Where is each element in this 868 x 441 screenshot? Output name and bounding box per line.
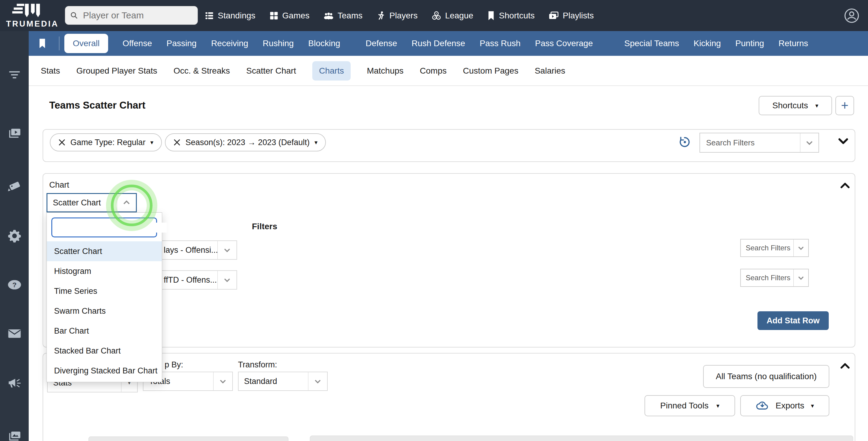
nav-shortcuts[interactable]: Shortcuts <box>487 11 534 21</box>
transform-select[interactable]: Standard <box>238 372 328 391</box>
video-playlist-icon[interactable] <box>0 128 29 139</box>
collapse-chart-panel-chevron-icon[interactable] <box>840 181 850 190</box>
category-special-teams[interactable]: Special Teams <box>624 39 679 48</box>
tag-icon[interactable] <box>0 179 29 192</box>
tab-scatter-chart[interactable]: Scatter Chart <box>246 66 296 76</box>
group-by-dropdown-cell[interactable] <box>213 372 232 390</box>
gear-icon[interactable] <box>0 229 29 243</box>
dropdown-search-input[interactable] <box>59 223 167 233</box>
exports-button[interactable]: Exports ▾ <box>740 395 829 416</box>
option-scatter-chart[interactable]: Scatter Chart <box>47 241 162 261</box>
category-rush-defense[interactable]: Rush Defense <box>412 39 465 48</box>
remove-filter-icon[interactable] <box>58 139 65 146</box>
tab-salaries[interactable]: Salaries <box>534 66 565 76</box>
search-filters-dropdown-cell[interactable] <box>794 269 808 286</box>
pinned-tools-button[interactable]: Pinned Tools ▾ <box>645 395 735 416</box>
collapse-options-panel-chevron-icon[interactable] <box>840 361 850 370</box>
teams-icon <box>323 11 334 20</box>
transform-dropdown-cell[interactable] <box>308 372 327 390</box>
category-punting[interactable]: Punting <box>736 39 764 48</box>
category-blocking[interactable]: Blocking <box>308 39 340 48</box>
remove-filter-icon[interactable] <box>173 139 181 146</box>
games-icon <box>270 11 278 20</box>
chart-type-value: Scatter Chart <box>48 194 117 211</box>
tab-custom-pages[interactable]: Custom Pages <box>463 66 519 76</box>
image-playlist-icon[interactable] <box>0 431 29 441</box>
stat-row-search-filters-2[interactable]: Search Filters <box>740 269 809 287</box>
tab-matchups[interactable]: Matchups <box>367 66 403 76</box>
chevron-down-icon <box>805 138 814 147</box>
option-time-series[interactable]: Time Series <box>47 281 162 301</box>
chart-type-options: Scatter Chart Histogram Time Series Swar… <box>47 241 162 381</box>
category-returns[interactable]: Returns <box>779 39 808 48</box>
nav-playlists[interactable]: Playlists <box>549 11 594 21</box>
brand-name: TRUMEDIA <box>6 19 57 29</box>
global-search-input[interactable] <box>83 10 193 21</box>
transform-value: Standard <box>239 372 308 390</box>
collapse-filters-chevron-icon[interactable] <box>837 136 849 146</box>
group-by-label: p By: <box>164 360 183 370</box>
category-defense[interactable]: Defense <box>366 39 397 48</box>
category-rushing[interactable]: Rushing <box>263 39 294 48</box>
category-overall[interactable]: Overall <box>64 34 108 53</box>
nav-label: Playlists <box>563 11 594 21</box>
search-filters-placeholder: Search Filters <box>741 269 794 286</box>
nav-label: Players <box>389 11 417 21</box>
players-icon <box>376 11 385 21</box>
svg-text:?: ? <box>12 281 17 289</box>
category-pass-rush[interactable]: Pass Rush <box>479 39 520 48</box>
stat-row-search-filters-1[interactable]: Search Filters <box>740 239 809 257</box>
stat-row-select-1[interactable]: lays - Offensi... <box>151 240 237 260</box>
chart-type-select[interactable]: Scatter Chart <box>46 193 137 212</box>
add-stat-row-button[interactable]: Add Stat Row <box>757 311 829 330</box>
category-kicking[interactable]: Kicking <box>694 39 721 48</box>
global-search[interactable] <box>65 6 198 25</box>
help-icon[interactable]: ? <box>0 279 29 291</box>
tab-charts[interactable]: Charts <box>312 61 350 80</box>
category-receiving[interactable]: Receiving <box>211 39 248 48</box>
category-passing[interactable]: Passing <box>166 39 196 48</box>
option-histogram[interactable]: Histogram <box>47 261 162 281</box>
page-nav: Stats Grouped Player Stats Occ. & Streak… <box>29 56 868 86</box>
stat-row-select-2[interactable]: ffTD - Offens... <box>151 270 237 290</box>
option-stacked-bar-chart[interactable]: Stacked Bar Chart <box>47 341 162 361</box>
filter-chip-seasons[interactable]: Season(s): 2023 → 2023 (Default) ▾ <box>165 133 326 151</box>
nav-standings[interactable]: Standings <box>205 11 255 21</box>
tab-stats[interactable]: Stats <box>41 66 60 76</box>
filter-chip-game-type[interactable]: Game Type: Regular ▾ <box>50 133 162 151</box>
search-filters-dropdown-cell[interactable] <box>800 133 818 152</box>
chevron-down-icon <box>797 244 805 252</box>
qualification-button[interactable]: All Teams (no qualification) <box>703 365 829 388</box>
divider <box>59 36 60 50</box>
nav-players[interactable]: Players <box>376 11 417 21</box>
filter-history-icon[interactable] <box>678 136 691 148</box>
tab-comps[interactable]: Comps <box>420 66 447 76</box>
playlists-icon <box>549 11 559 20</box>
search-filters-input[interactable]: Search Filters <box>700 133 819 152</box>
nav-games[interactable]: Games <box>270 11 310 21</box>
option-diverging-stacked-bar-chart[interactable]: Diverging Stacked Bar Chart <box>47 361 162 381</box>
mail-icon[interactable] <box>0 329 29 339</box>
tab-grouped-player-stats[interactable]: Grouped Player Stats <box>76 66 157 76</box>
stat-select-dropdown-cell[interactable] <box>217 241 237 259</box>
shortcuts-button[interactable]: Shortcuts ▾ <box>759 96 832 115</box>
filter-lines-icon[interactable] <box>0 70 29 80</box>
nav-league[interactable]: League <box>432 11 473 21</box>
dropdown-search[interactable] <box>51 217 157 237</box>
category-pass-coverage[interactable]: Pass Coverage <box>535 39 593 48</box>
filter-chip-label: Season(s): 2023 → 2023 (Default) <box>185 138 310 147</box>
tab-occ-streaks[interactable]: Occ. & Streaks <box>174 66 230 76</box>
search-filters-dropdown-cell[interactable] <box>794 239 808 257</box>
nav-teams[interactable]: Teams <box>323 11 363 21</box>
account-icon[interactable] <box>844 8 859 23</box>
category-offense[interactable]: Offense <box>123 39 152 48</box>
transform-label: Transform: <box>238 360 277 370</box>
add-shortcut-button[interactable]: + <box>835 96 854 115</box>
stat-select-dropdown-cell[interactable] <box>217 271 237 289</box>
option-bar-chart[interactable]: Bar Chart <box>47 321 162 341</box>
option-swarm-charts[interactable]: Swarm Charts <box>47 301 162 321</box>
chart-type-dropdown-cell[interactable] <box>117 194 136 211</box>
trumedia-logo[interactable]: TRUMEDIA <box>3 1 57 30</box>
bookmark-icon[interactable] <box>38 38 46 48</box>
megaphone-icon[interactable] <box>0 378 29 389</box>
